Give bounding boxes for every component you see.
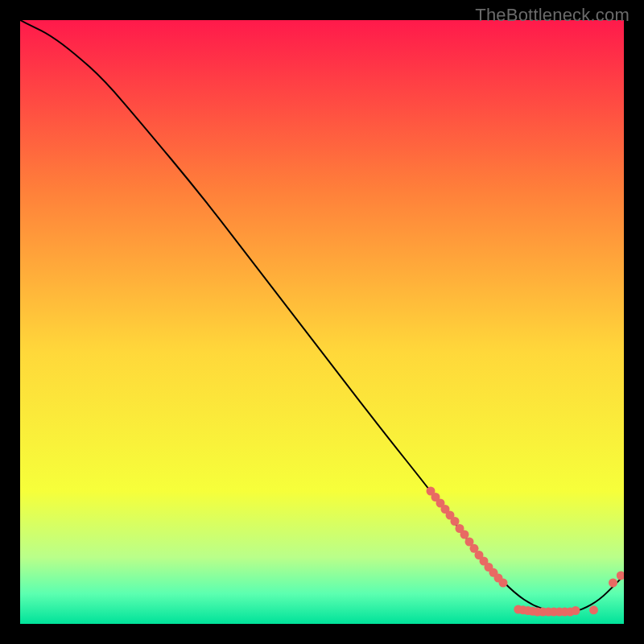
data-dot	[460, 530, 469, 539]
data-dot	[609, 579, 617, 588]
watermark-text: TheBottleneck.com	[475, 5, 630, 26]
data-dot	[589, 605, 598, 614]
data-dot	[572, 606, 580, 615]
gradient-background	[20, 20, 624, 624]
data-dot	[451, 517, 460, 526]
chart-container: TheBottleneck.com	[0, 0, 644, 644]
data-dot	[499, 579, 508, 588]
bottleneck-chart	[20, 20, 624, 624]
